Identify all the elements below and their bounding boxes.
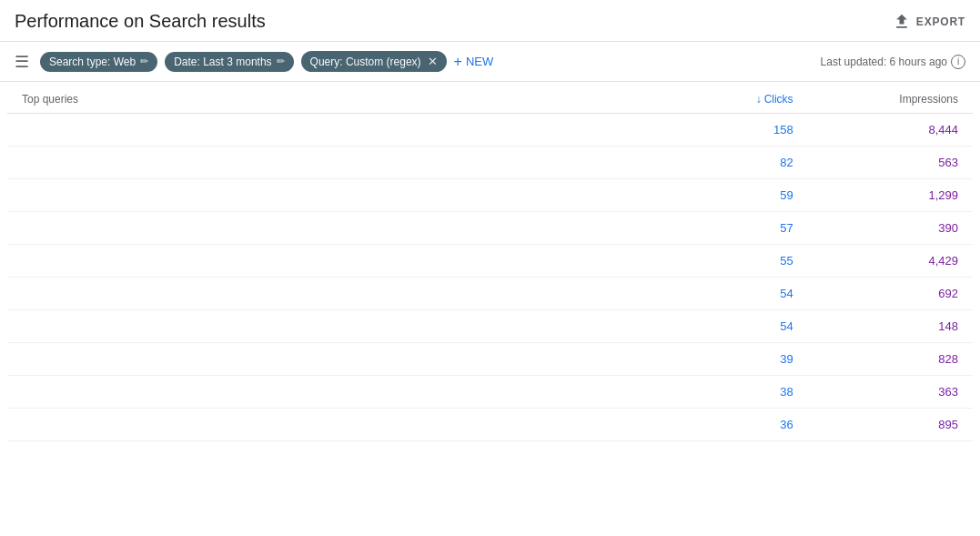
- cell-clicks: 57: [683, 212, 808, 245]
- export-button[interactable]: EXPORT: [893, 13, 965, 31]
- cell-clicks: 82: [683, 147, 808, 179]
- info-icon[interactable]: i: [951, 55, 965, 69]
- cell-impressions: 895: [808, 409, 973, 441]
- date-label: Date: Last 3 months: [174, 56, 271, 68]
- table-row: 54148: [7, 310, 973, 343]
- cell-impressions: 692: [808, 278, 973, 310]
- new-filter-label: NEW: [466, 55, 493, 68]
- page-header: Performance on Search results EXPORT: [0, 0, 980, 42]
- cell-impressions: 363: [808, 376, 973, 409]
- cell-query: [7, 114, 683, 147]
- export-icon: [893, 13, 911, 31]
- last-updated: Last updated: 6 hours ago i: [821, 55, 965, 69]
- cell-query: [7, 310, 683, 343]
- cell-clicks: 38: [683, 376, 808, 409]
- query-chip[interactable]: Query: Custom (regex) ✕: [301, 51, 447, 72]
- edit-icon: ✏: [140, 56, 148, 67]
- table-row: 1588,444: [7, 114, 973, 147]
- cell-impressions: 390: [808, 212, 973, 245]
- table-row: 38363: [7, 376, 973, 409]
- cell-clicks: 54: [683, 278, 808, 310]
- new-filter-button[interactable]: + NEW: [454, 54, 494, 70]
- cell-clicks: 54: [683, 310, 808, 343]
- cell-query: [7, 409, 683, 441]
- col-header-query: Top queries: [7, 82, 683, 114]
- edit-icon-2: ✏: [277, 56, 285, 67]
- cell-impressions: 828: [808, 343, 973, 376]
- cell-query: [7, 179, 683, 212]
- query-label: Query: Custom (regex): [310, 56, 421, 68]
- cell-impressions: 8,444: [808, 114, 973, 147]
- search-type-chip[interactable]: Search type: Web ✏: [40, 52, 157, 72]
- cell-clicks: 158: [683, 114, 808, 147]
- cell-clicks: 55: [683, 245, 808, 278]
- cell-query: [7, 245, 683, 278]
- page-title: Performance on Search results: [15, 11, 266, 32]
- table-row: 36895: [7, 409, 973, 441]
- table-row: 57390: [7, 212, 973, 245]
- data-table-container: Top queries ↓Clicks Impressions 1588,444…: [0, 82, 980, 441]
- table-row: 554,429: [7, 245, 973, 278]
- cell-query: [7, 376, 683, 409]
- cell-clicks: 59: [683, 179, 808, 212]
- filter-menu-icon[interactable]: ☰: [15, 52, 29, 72]
- cell-impressions: 148: [808, 310, 973, 343]
- cell-query: [7, 147, 683, 179]
- col-header-impressions[interactable]: Impressions: [808, 82, 973, 114]
- cell-clicks: 36: [683, 409, 808, 441]
- performance-table: Top queries ↓Clicks Impressions 1588,444…: [7, 82, 973, 441]
- cell-impressions: 4,429: [808, 245, 973, 278]
- last-updated-text: Last updated: 6 hours ago: [821, 56, 947, 68]
- search-type-label: Search type: Web: [49, 56, 136, 68]
- sort-arrow: ↓: [756, 93, 762, 106]
- cell-query: [7, 212, 683, 245]
- table-row: 591,299: [7, 179, 973, 212]
- plus-icon: +: [454, 54, 462, 70]
- close-icon[interactable]: ✕: [428, 55, 438, 68]
- cell-impressions: 1,299: [808, 179, 973, 212]
- cell-query: [7, 278, 683, 310]
- col-header-clicks[interactable]: ↓Clicks: [683, 82, 808, 114]
- cell-impressions: 563: [808, 147, 973, 179]
- export-label: EXPORT: [916, 15, 965, 28]
- table-row: 39828: [7, 343, 973, 376]
- table-row: 82563: [7, 147, 973, 179]
- filter-bar: ☰ Search type: Web ✏ Date: Last 3 months…: [0, 42, 980, 82]
- table-row: 54692: [7, 278, 973, 310]
- cell-clicks: 39: [683, 343, 808, 376]
- date-chip[interactable]: Date: Last 3 months ✏: [165, 52, 293, 72]
- cell-query: [7, 343, 683, 376]
